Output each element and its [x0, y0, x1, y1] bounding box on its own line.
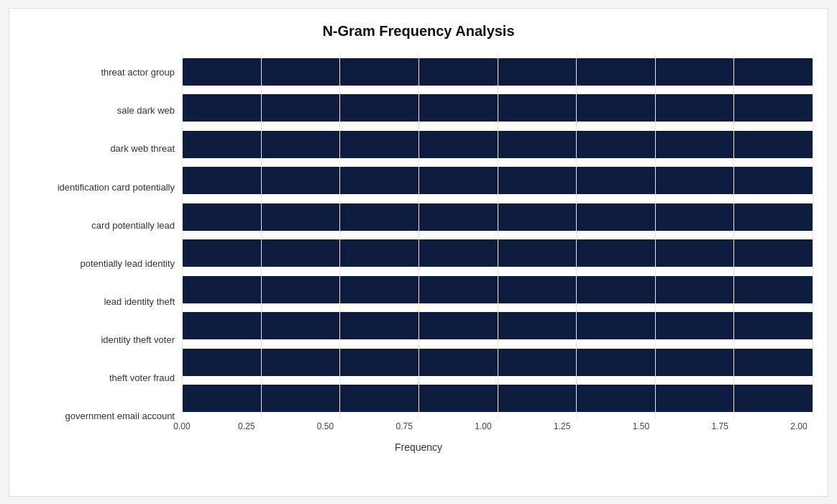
bar-row: [182, 236, 813, 270]
x-tick-label: 1.00: [469, 421, 498, 431]
bar: [182, 239, 813, 267]
bar: [182, 203, 813, 231]
bar-row: [182, 127, 813, 162]
bar-row: [182, 381, 813, 416]
y-label: theft voter fraud: [24, 372, 175, 384]
chart-area: threat actor groupsale dark webdark web …: [24, 54, 813, 437]
y-label: sale dark web: [24, 105, 175, 116]
bar: [182, 276, 813, 303]
y-label: identification card potentially: [24, 182, 175, 193]
bar-row: [182, 55, 813, 89]
x-axis-title: Frequency: [24, 441, 813, 453]
bar: [182, 349, 813, 376]
bars-section: 0.000.250.500.751.001.251.501.752.00: [182, 54, 813, 437]
chart-container: N-Gram Frequency Analysis threat actor g…: [9, 8, 828, 497]
bars-wrapper: [182, 54, 813, 418]
bar: [182, 167, 813, 194]
bar: [182, 58, 813, 86]
bar: [182, 385, 813, 412]
x-tick-label: 1.75: [705, 421, 734, 431]
y-axis-labels: threat actor groupsale dark webdark web …: [24, 54, 182, 437]
bar-row: [182, 345, 813, 380]
x-axis-labels: 0.000.250.500.751.001.251.501.752.00: [182, 418, 813, 437]
y-label: potentially lead identity: [24, 258, 175, 270]
bar: [182, 94, 813, 122]
bar-row: [182, 308, 813, 343]
x-tick-label: 0.00: [168, 421, 196, 431]
y-label: identity theft voter: [24, 334, 175, 346]
bar-row: [182, 200, 813, 234]
x-tick-label: 0.50: [311, 421, 340, 431]
y-label: dark web threat: [24, 143, 175, 155]
x-tick-label: 0.25: [232, 421, 261, 431]
bar-row: [182, 91, 813, 125]
y-label: lead identity theft: [24, 296, 175, 308]
bar: [182, 312, 813, 339]
bar-row: [182, 272, 813, 307]
chart-title: N-Gram Frequency Analysis: [24, 23, 813, 40]
bar: [182, 131, 813, 158]
y-label: threat actor group: [24, 67, 175, 78]
x-tick-label: 0.75: [390, 421, 418, 431]
x-tick-label: 2.00: [785, 421, 813, 431]
bar-row: [182, 163, 813, 198]
x-tick-label: 1.50: [627, 421, 656, 431]
y-label: government email account: [24, 411, 175, 422]
x-tick-label: 1.25: [548, 421, 577, 431]
y-label: card potentially lead: [24, 220, 175, 232]
